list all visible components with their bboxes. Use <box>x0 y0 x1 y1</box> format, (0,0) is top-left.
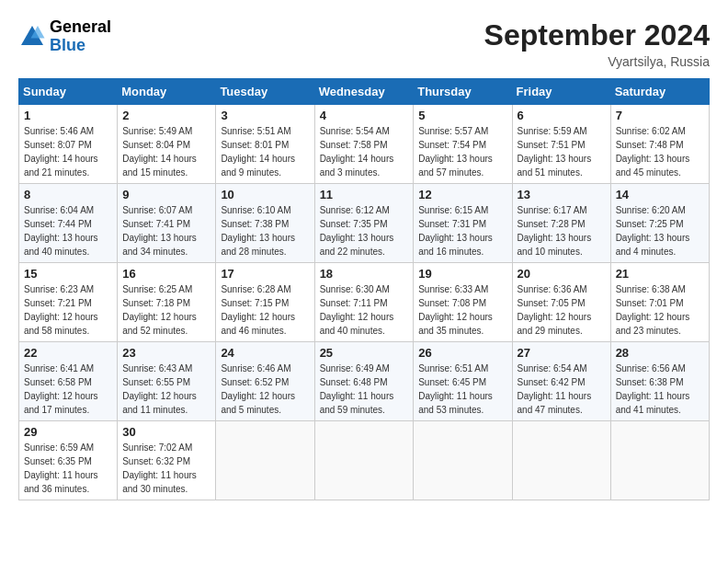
calendar-cell: 8Sunrise: 6:04 AMSunset: 7:44 PMDaylight… <box>19 184 118 263</box>
day-info: Sunrise: 6:28 AMSunset: 7:15 PMDaylight:… <box>221 282 309 338</box>
day-number: 13 <box>518 188 606 201</box>
day-info: Sunrise: 7:02 AMSunset: 6:32 PMDaylight:… <box>122 441 210 496</box>
day-info: Sunrise: 6:10 AMSunset: 7:38 PMDaylight:… <box>221 203 309 259</box>
calendar-cell: 26Sunrise: 6:51 AMSunset: 6:45 PMDayligh… <box>414 342 512 421</box>
day-info: Sunrise: 6:25 AMSunset: 7:18 PMDaylight:… <box>122 282 210 338</box>
calendar-cell: 15Sunrise: 6:23 AMSunset: 7:21 PMDayligh… <box>19 263 118 342</box>
calendar-cell: 10Sunrise: 6:10 AMSunset: 7:38 PMDayligh… <box>216 184 314 263</box>
weekday-header-monday: Monday <box>118 79 216 105</box>
day-info: Sunrise: 6:46 AMSunset: 6:52 PMDaylight:… <box>221 362 309 417</box>
day-number: 27 <box>518 346 606 360</box>
day-info: Sunrise: 6:59 AMSunset: 6:35 PMDaylight:… <box>24 441 112 496</box>
calendar-cell: 28Sunrise: 6:56 AMSunset: 6:38 PMDayligh… <box>610 342 709 421</box>
logo: General Blue <box>18 18 111 55</box>
day-number: 25 <box>320 346 409 360</box>
day-info: Sunrise: 6:20 AMSunset: 7:25 PMDaylight:… <box>616 203 704 259</box>
weekday-header-saturday: Saturday <box>610 79 709 105</box>
calendar-cell: 20Sunrise: 6:36 AMSunset: 7:05 PMDayligh… <box>512 263 610 342</box>
calendar-cell: 1Sunrise: 5:46 AMSunset: 8:07 PMDaylight… <box>19 105 118 184</box>
day-number: 5 <box>418 109 506 122</box>
day-number: 24 <box>221 346 309 360</box>
day-number: 6 <box>518 109 606 122</box>
calendar-week-row: 1Sunrise: 5:46 AMSunset: 8:07 PMDaylight… <box>19 105 710 184</box>
day-info: Sunrise: 6:33 AMSunset: 7:08 PMDaylight:… <box>418 282 506 338</box>
calendar-cell: 13Sunrise: 6:17 AMSunset: 7:28 PMDayligh… <box>512 184 610 263</box>
calendar-cell: 11Sunrise: 6:12 AMSunset: 7:35 PMDayligh… <box>314 184 414 263</box>
day-info: Sunrise: 6:54 AMSunset: 6:42 PMDaylight:… <box>518 362 606 417</box>
calendar-cell <box>314 421 414 500</box>
day-info: Sunrise: 5:59 AMSunset: 7:51 PMDaylight:… <box>518 124 606 179</box>
day-number: 17 <box>221 267 309 281</box>
calendar-cell <box>512 421 610 500</box>
calendar-cell <box>414 421 512 500</box>
calendar-cell: 5Sunrise: 5:57 AMSunset: 7:54 PMDaylight… <box>414 105 512 184</box>
calendar-cell: 16Sunrise: 6:25 AMSunset: 7:18 PMDayligh… <box>118 263 216 342</box>
day-info: Sunrise: 6:02 AMSunset: 7:48 PMDaylight:… <box>616 124 704 179</box>
logo-text: General Blue <box>50 18 111 55</box>
weekday-header-thursday: Thursday <box>414 79 512 105</box>
day-number: 7 <box>616 109 704 122</box>
day-info: Sunrise: 6:41 AMSunset: 6:58 PMDaylight:… <box>24 362 112 417</box>
day-info: Sunrise: 6:43 AMSunset: 6:55 PMDaylight:… <box>122 362 210 417</box>
day-number: 20 <box>518 267 606 281</box>
day-number: 16 <box>122 267 210 281</box>
logo-icon <box>18 23 46 51</box>
day-number: 23 <box>122 346 210 360</box>
day-info: Sunrise: 6:12 AMSunset: 7:35 PMDaylight:… <box>320 203 409 259</box>
month-title: September 2024 <box>484 18 710 52</box>
day-number: 28 <box>616 346 704 360</box>
day-info: Sunrise: 6:17 AMSunset: 7:28 PMDaylight:… <box>518 203 606 259</box>
day-info: Sunrise: 6:07 AMSunset: 7:41 PMDaylight:… <box>122 203 210 259</box>
day-number: 1 <box>24 109 112 122</box>
day-info: Sunrise: 6:30 AMSunset: 7:11 PMDaylight:… <box>320 282 409 338</box>
day-info: Sunrise: 5:46 AMSunset: 8:07 PMDaylight:… <box>24 124 112 179</box>
calendar-week-row: 8Sunrise: 6:04 AMSunset: 7:44 PMDaylight… <box>19 184 710 263</box>
calendar-cell: 7Sunrise: 6:02 AMSunset: 7:48 PMDaylight… <box>610 105 709 184</box>
calendar-cell: 14Sunrise: 6:20 AMSunset: 7:25 PMDayligh… <box>610 184 709 263</box>
title-block: September 2024 Vyartsilya, Russia <box>484 18 710 69</box>
weekday-header-wednesday: Wednesday <box>314 79 414 105</box>
day-number: 4 <box>320 109 409 122</box>
day-info: Sunrise: 6:04 AMSunset: 7:44 PMDaylight:… <box>24 203 112 259</box>
calendar-cell: 21Sunrise: 6:38 AMSunset: 7:01 PMDayligh… <box>610 263 709 342</box>
day-number: 12 <box>418 188 506 201</box>
calendar-table: SundayMondayTuesdayWednesdayThursdayFrid… <box>18 78 710 500</box>
calendar-week-row: 29Sunrise: 6:59 AMSunset: 6:35 PMDayligh… <box>19 421 710 500</box>
calendar-cell: 17Sunrise: 6:28 AMSunset: 7:15 PMDayligh… <box>216 263 314 342</box>
day-info: Sunrise: 5:57 AMSunset: 7:54 PMDaylight:… <box>418 124 506 179</box>
calendar-week-row: 15Sunrise: 6:23 AMSunset: 7:21 PMDayligh… <box>19 263 710 342</box>
calendar-cell: 4Sunrise: 5:54 AMSunset: 7:58 PMDaylight… <box>314 105 414 184</box>
day-info: Sunrise: 6:56 AMSunset: 6:38 PMDaylight:… <box>616 362 704 417</box>
day-number: 30 <box>122 425 210 439</box>
location: Vyartsilya, Russia <box>484 54 710 69</box>
page-header: General Blue September 2024 Vyartsilya, … <box>18 18 710 69</box>
day-info: Sunrise: 6:36 AMSunset: 7:05 PMDaylight:… <box>518 282 606 338</box>
weekday-header-row: SundayMondayTuesdayWednesdayThursdayFrid… <box>19 79 710 105</box>
day-info: Sunrise: 6:15 AMSunset: 7:31 PMDaylight:… <box>418 203 506 259</box>
day-number: 14 <box>616 188 704 201</box>
day-number: 22 <box>24 346 112 360</box>
calendar-cell: 3Sunrise: 5:51 AMSunset: 8:01 PMDaylight… <box>216 105 314 184</box>
calendar-cell: 9Sunrise: 6:07 AMSunset: 7:41 PMDaylight… <box>118 184 216 263</box>
calendar-cell <box>216 421 314 500</box>
day-number: 11 <box>320 188 409 201</box>
calendar-week-row: 22Sunrise: 6:41 AMSunset: 6:58 PMDayligh… <box>19 342 710 421</box>
calendar-cell: 2Sunrise: 5:49 AMSunset: 8:04 PMDaylight… <box>118 105 216 184</box>
day-info: Sunrise: 6:38 AMSunset: 7:01 PMDaylight:… <box>616 282 704 338</box>
calendar-cell: 12Sunrise: 6:15 AMSunset: 7:31 PMDayligh… <box>414 184 512 263</box>
calendar-cell <box>610 421 709 500</box>
day-info: Sunrise: 5:51 AMSunset: 8:01 PMDaylight:… <box>221 124 309 179</box>
calendar-cell: 29Sunrise: 6:59 AMSunset: 6:35 PMDayligh… <box>19 421 118 500</box>
calendar-cell: 19Sunrise: 6:33 AMSunset: 7:08 PMDayligh… <box>414 263 512 342</box>
calendar-cell: 23Sunrise: 6:43 AMSunset: 6:55 PMDayligh… <box>118 342 216 421</box>
calendar-cell: 30Sunrise: 7:02 AMSunset: 6:32 PMDayligh… <box>118 421 216 500</box>
calendar-cell: 27Sunrise: 6:54 AMSunset: 6:42 PMDayligh… <box>512 342 610 421</box>
day-info: Sunrise: 5:49 AMSunset: 8:04 PMDaylight:… <box>122 124 210 179</box>
day-number: 2 <box>122 109 210 122</box>
calendar-cell: 18Sunrise: 6:30 AMSunset: 7:11 PMDayligh… <box>314 263 414 342</box>
day-info: Sunrise: 6:49 AMSunset: 6:48 PMDaylight:… <box>320 362 409 417</box>
calendar-cell: 6Sunrise: 5:59 AMSunset: 7:51 PMDaylight… <box>512 105 610 184</box>
day-info: Sunrise: 6:23 AMSunset: 7:21 PMDaylight:… <box>24 282 112 338</box>
day-number: 21 <box>616 267 704 281</box>
day-number: 19 <box>418 267 506 281</box>
